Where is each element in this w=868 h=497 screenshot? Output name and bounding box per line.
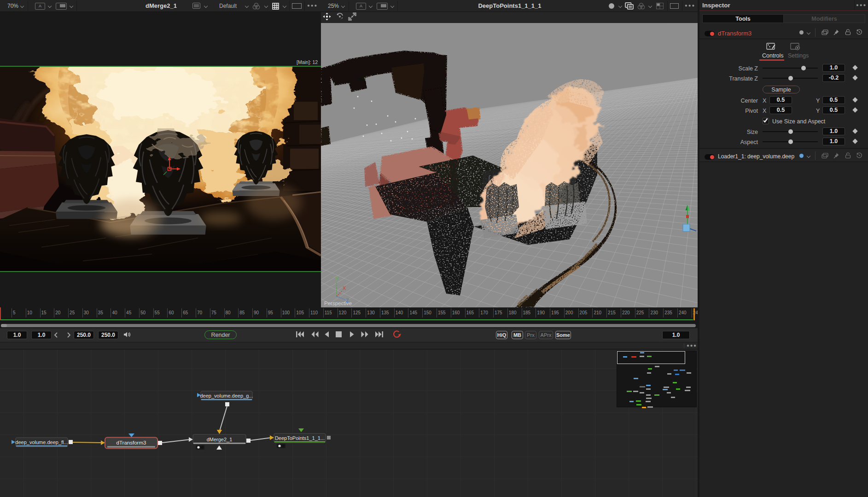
svg-text:deep_volume.deep_g...: deep_volume.deep_g... [200, 393, 253, 399]
svg-text:DeepToPoints1_1_1...: DeepToPoints1_1_1... [275, 435, 325, 441]
svg-text:Perspective: Perspective [324, 301, 352, 306]
svg-text:Y: Y [335, 276, 339, 282]
svg-text:dTransform3: dTransform3 [117, 440, 146, 445]
svg-text:X: X [343, 285, 346, 291]
svg-text:dMerge2_1: dMerge2_1 [207, 437, 233, 442]
svg-text:deep_volume.deep_fl...: deep_volume.deep_fl... [15, 439, 68, 445]
